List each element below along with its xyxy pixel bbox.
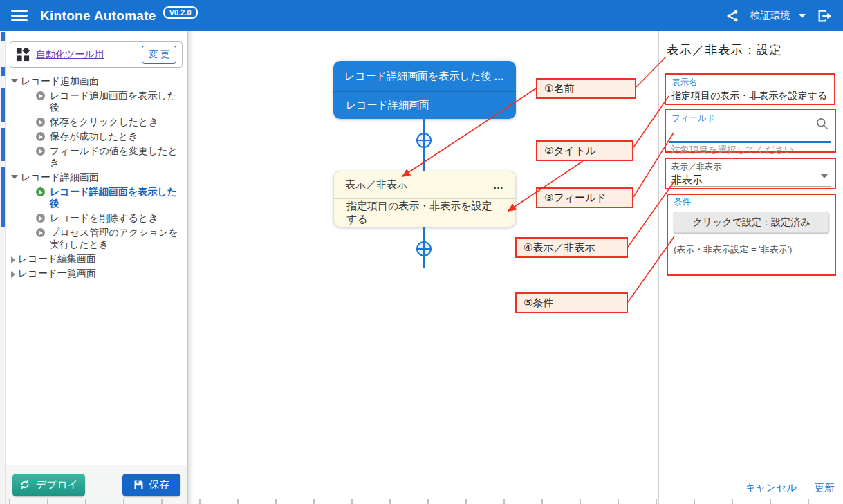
tree-item-add-shown[interactable]: レコード追加画面を表示した後: [10, 88, 184, 115]
environment-selector[interactable]: 検証環境: [750, 9, 790, 22]
annotation-condition: ⑤条件: [515, 292, 628, 313]
trigger-node-header[interactable]: レコード詳細画面を表示した後 …: [333, 61, 516, 92]
logout-icon[interactable]: [817, 8, 832, 24]
version-badge: V0.2.0: [163, 6, 198, 19]
scroll-indicator-strip: [0, 31, 6, 504]
tree-item-field-changed[interactable]: フィールドの値を変更したとき: [10, 144, 184, 170]
action-node-header[interactable]: 表示／非表示 …: [334, 171, 515, 199]
event-bullet-icon: [36, 118, 45, 127]
tree-group-record-add[interactable]: レコード追加画面: [10, 74, 184, 88]
kintone-automate-app: Kintone Automate V0.2.0 検証環境 自動化ツール用 変 更: [0, 0, 843, 504]
add-step-button[interactable]: [416, 241, 432, 256]
event-bullet-icon: [36, 214, 45, 223]
cancel-button[interactable]: キャンセル: [745, 481, 797, 494]
visibility-label: 表示／非表示: [671, 161, 829, 173]
action-node[interactable]: 表示／非表示 … 指定項目の表示・非表示を設定する: [333, 171, 516, 227]
panel-title: 表示／非表示：設定: [667, 41, 782, 58]
update-button[interactable]: 更新: [815, 481, 835, 494]
add-step-button[interactable]: [416, 133, 432, 148]
tree-group-record-detail[interactable]: レコード詳細画面: [10, 170, 184, 185]
condition-expression: (表示・非表示設定 = '非表示'): [674, 243, 829, 256]
event-bullet-icon: [36, 132, 45, 141]
field-search-input[interactable]: [669, 141, 831, 143]
event-bullet-icon: [36, 228, 45, 237]
display-name-value[interactable]: 指定項目の表示・非表示を設定する: [671, 90, 828, 102]
event-bullet-icon: [36, 147, 45, 156]
save-button[interactable]: 保存: [122, 474, 180, 496]
share-icon[interactable]: [725, 9, 739, 23]
tree-group-record-list[interactable]: レコード一覧画面: [10, 266, 184, 281]
field-placeholder: 対象項目を選択してください: [671, 144, 794, 156]
app-card: 自動化ツール用 変 更: [10, 41, 183, 68]
app-grid-icon: [16, 48, 30, 62]
annotation-title: ②タイトル: [536, 140, 633, 161]
annotation-name: ①名前: [536, 78, 636, 99]
trigger-node-subtitle[interactable]: レコード詳細画面: [333, 92, 516, 119]
deploy-button[interactable]: デプロイ: [12, 474, 85, 496]
display-name-section: 表示名 指定項目の表示・非表示を設定する: [665, 73, 835, 105]
tree-item-process-action[interactable]: プロセス管理のアクションを実行したとき: [10, 225, 184, 252]
annotation-field: ③フィールド: [536, 187, 633, 208]
panel-footer: キャンセル 更新: [659, 481, 843, 494]
app-title: Kintone Automate: [40, 8, 156, 24]
condition-label: 条件: [674, 196, 829, 208]
tree-item-record-delete[interactable]: レコードを削除するとき: [10, 211, 184, 225]
visibility-select[interactable]: 非表示: [671, 174, 829, 187]
action-node-subtitle[interactable]: 指定項目の表示・非表示を設定する: [334, 199, 515, 227]
change-app-button[interactable]: 変 更: [142, 46, 176, 64]
condition-setting-button[interactable]: クリックで設定：設定済み: [674, 212, 829, 233]
divider: [672, 270, 831, 270]
tree-group-record-edit[interactable]: レコード編集画面: [10, 252, 184, 266]
caret-down-icon: [11, 175, 18, 179]
trigger-node[interactable]: レコード詳細画面を表示した後 … レコード詳細画面: [333, 61, 516, 119]
visibility-section: 表示／非表示 非表示: [665, 158, 836, 189]
search-icon[interactable]: [815, 117, 829, 133]
sidebar: 自動化ツール用 変 更 レコード追加画面 レコード追加画面を表示した後 保存をク…: [6, 31, 188, 504]
trigger-tree: レコード追加画面 レコード追加画面を表示した後 保存をクリックしたとき 保存が成…: [10, 74, 184, 281]
field-label: フィールド: [671, 113, 829, 124]
annotation-visibility: ④表示／非表示: [515, 237, 628, 258]
more-menu-icon[interactable]: …: [493, 179, 504, 191]
caret-down-icon: [11, 79, 18, 83]
tree-item-save-success[interactable]: 保存が成功したとき: [10, 129, 184, 144]
sync-icon: [19, 479, 30, 490]
caret-right-icon: [11, 256, 15, 263]
display-name-label: 表示名: [671, 77, 828, 88]
event-bullet-icon: [36, 91, 45, 100]
condition-section: 条件 クリックで設定：設定済み (表示・非表示設定 = '非表示'): [667, 194, 836, 276]
settings-panel: 表示／非表示：設定 表示名 指定項目の表示・非表示を設定する フィールド 対象項…: [658, 31, 843, 504]
tree-item-detail-shown-active[interactable]: レコード詳細画面を表示した後: [10, 185, 184, 211]
hamburger-menu-icon[interactable]: [11, 10, 28, 21]
floppy-disk-icon: [133, 480, 144, 490]
app-header: Kintone Automate V0.2.0 検証環境: [0, 0, 843, 31]
field-section: フィールド 対象項目を選択してください: [665, 109, 836, 153]
caret-right-icon: [11, 271, 15, 278]
more-menu-icon[interactable]: …: [494, 71, 505, 82]
select-underline: [669, 186, 831, 187]
sidebar-footer: デプロイ 保存: [6, 465, 187, 504]
chevron-down-icon[interactable]: [799, 14, 806, 18]
app-link[interactable]: 自動化ツール用: [36, 48, 104, 61]
select-caret-icon[interactable]: [821, 174, 828, 178]
event-bullet-icon-active: [36, 187, 45, 196]
flow-canvas: レコード詳細画面を表示した後 … レコード詳細画面 表示／非表示 … 指定項目の…: [188, 31, 658, 504]
ruler-ticks: [9, 499, 843, 504]
tree-item-save-clicked[interactable]: 保存をクリックしたとき: [10, 115, 184, 129]
